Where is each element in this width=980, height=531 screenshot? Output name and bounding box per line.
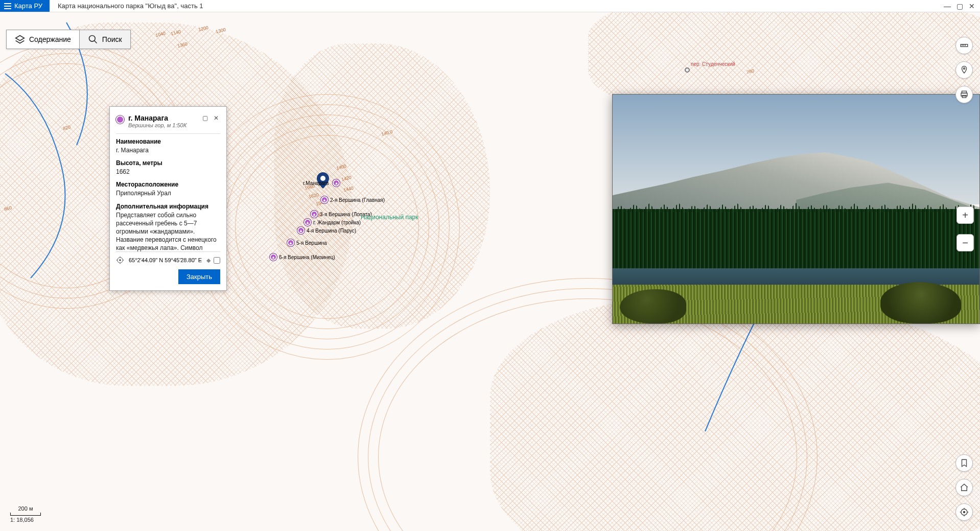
- home-tool[interactable]: [955, 479, 973, 496]
- scale-bar: 200 м 1: 18,056: [10, 505, 41, 523]
- svg-marker-1: [16, 36, 25, 41]
- top-toolbar: Содержание Поиск: [6, 30, 131, 49]
- field-label: Высота, метры: [116, 159, 218, 167]
- geolocate-tool[interactable]: [955, 503, 973, 521]
- svg-point-19: [964, 512, 965, 513]
- print-tool[interactable]: [955, 86, 973, 103]
- svg-line-3: [94, 41, 97, 43]
- peak-icon: ▲: [311, 211, 318, 218]
- minimize-button[interactable]: —: [942, 1, 952, 11]
- svg-rect-10: [961, 44, 968, 47]
- zoom-out-button[interactable]: −: [956, 234, 974, 251]
- contents-label: Содержание: [29, 35, 71, 43]
- map-title: Карта национального парка "Югыд ва", час…: [50, 2, 942, 10]
- peak-marker[interactable]: ▲6-я Вершина (Мизинец): [270, 253, 335, 261]
- peak-icon: ▲: [270, 253, 277, 261]
- peak-label: 6-я Вершина (Мизинец): [279, 255, 335, 260]
- svg-point-14: [964, 68, 965, 70]
- side-tools: [955, 37, 973, 103]
- peak-type-icon: [116, 116, 124, 124]
- coord-checkbox[interactable]: [214, 257, 220, 264]
- peak-marker[interactable]: ▲г. Жандарм (тройка): [304, 219, 361, 226]
- field-label: Дополнительная информация: [116, 203, 218, 210]
- locate-icon[interactable]: [116, 256, 124, 264]
- menu-icon[interactable]: [4, 3, 11, 9]
- search-label: Поиск: [102, 35, 122, 43]
- scale-distance: 200 м: [10, 505, 41, 512]
- pin-tool[interactable]: [955, 61, 973, 79]
- svg-point-5: [120, 260, 121, 261]
- measure-tool[interactable]: [955, 37, 973, 54]
- titlebar: Карта РУ Карта национального парка "Югыд…: [0, 0, 980, 12]
- feature-popup: г. Манарага Вершины гор, м 1:50К ▢ ✕ Наи…: [109, 106, 227, 291]
- zoom-in-button[interactable]: +: [956, 206, 974, 224]
- scale-ratio: 1: 18,056: [10, 517, 41, 523]
- peak-icon: ▲: [297, 227, 305, 234]
- layers-icon: [15, 34, 25, 44]
- field-value: 1662: [116, 168, 218, 176]
- peak-marker[interactable]: г.Манарага▲: [303, 179, 340, 187]
- popup-title: г. Манарага: [128, 114, 197, 122]
- peak-label: 5-я Вершина: [296, 240, 327, 246]
- coord-format-stepper[interactable]: ◆: [206, 257, 211, 264]
- app-name: Карта РУ: [14, 2, 42, 10]
- bottom-tools: [955, 454, 973, 521]
- peak-label: 2-я Вершина (Главная): [330, 197, 385, 203]
- pass-icon: [685, 67, 690, 73]
- popup-close-action[interactable]: Закрыть: [178, 269, 220, 284]
- search-icon: [88, 34, 98, 44]
- map-canvas[interactable]: 820 860 1040 1140 1200 1300 1360 1400 14…: [0, 12, 980, 531]
- contents-button[interactable]: Содержание: [7, 30, 80, 49]
- field-label: Месторасположение: [116, 181, 218, 188]
- peak-icon: ▲: [333, 179, 340, 187]
- peak-marker[interactable]: ▲4-я Вершина (Парус): [297, 227, 356, 234]
- popup-body[interactable]: Наименованиег. Манарага Высота, метры166…: [116, 134, 220, 251]
- peak-icon: ▲: [321, 196, 328, 203]
- peak-label: г.Манарага: [303, 180, 329, 186]
- popup-close-button[interactable]: ✕: [212, 114, 220, 122]
- app-brand[interactable]: Карта РУ: [0, 0, 50, 12]
- peak-marker[interactable]: ▲2-я Вершина (Главная): [321, 196, 385, 203]
- field-value: г. Манарага: [116, 146, 218, 154]
- photo-overlay[interactable]: [612, 94, 980, 324]
- bookmark-tool[interactable]: [955, 454, 973, 472]
- field-value: Представляет собой сильно рассеченный гр…: [116, 211, 218, 251]
- park-label: Национальный парк: [361, 214, 418, 221]
- field-label: Наименование: [116, 138, 218, 145]
- peak-icon: ▲: [304, 219, 311, 226]
- pass-label: пер. Студенческий: [691, 61, 735, 67]
- popup-maximize-button[interactable]: ▢: [201, 114, 209, 122]
- peak-label: 4-я Вершина (Парус): [307, 228, 356, 234]
- field-value: Приполярный Урал: [116, 189, 218, 197]
- maximize-button[interactable]: ▢: [954, 1, 965, 11]
- window-controls: — ▢ ✕: [942, 1, 980, 11]
- peak-marker[interactable]: ▲5-я Вершина: [287, 239, 327, 246]
- zoom-control: + −: [956, 206, 974, 251]
- search-button[interactable]: Поиск: [80, 30, 130, 49]
- popup-subtitle: Вершины гор, м 1:50К: [128, 122, 197, 128]
- peak-label: г. Жандарм (тройка): [313, 220, 361, 225]
- coordinates: 65°2'44.09" N 59°45'28.80" E: [127, 257, 203, 263]
- peak-icon: ▲: [287, 239, 294, 246]
- close-window-button[interactable]: ✕: [967, 1, 977, 11]
- svg-rect-17: [962, 96, 966, 98]
- svg-point-2: [89, 36, 95, 42]
